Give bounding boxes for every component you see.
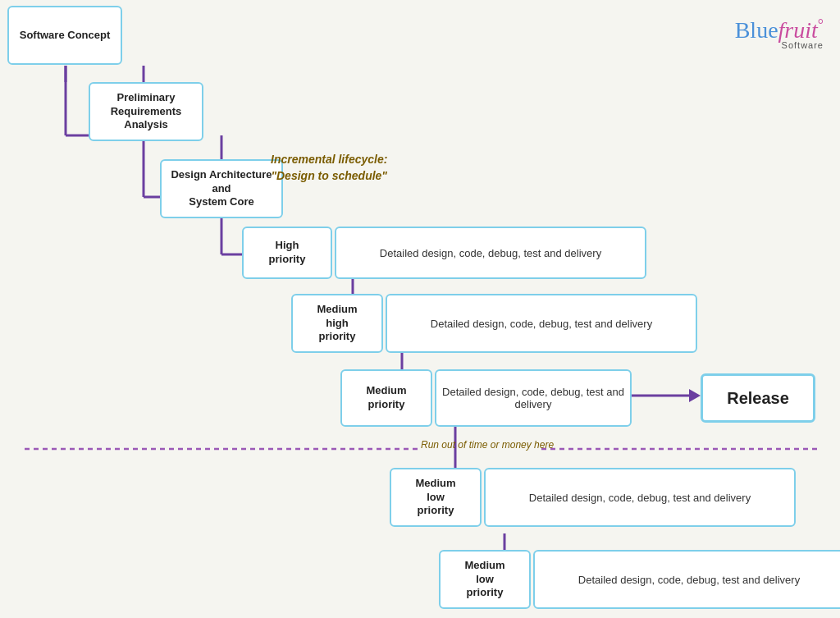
medium-low-label: Mediumlowpriority bbox=[415, 477, 455, 519]
svg-marker-12 bbox=[689, 389, 701, 402]
high-priority-detail-box: Detailed design, code, debug, test and d… bbox=[335, 227, 646, 279]
medium-low-label-box: Mediumlowpriority bbox=[390, 468, 482, 527]
medium-priority-label: Mediumpriority bbox=[366, 384, 406, 412]
medium-priority-detail: Detailed design, code, debug, test and d… bbox=[436, 386, 630, 410]
medium-priority-label-box: Mediumpriority bbox=[340, 369, 432, 427]
preliminary-label: PreliminaryRequirementsAnalysis bbox=[111, 91, 182, 133]
logo-blue: Blue bbox=[735, 17, 778, 43]
medium-high-label-box: Mediumhighpriority bbox=[291, 294, 383, 353]
design-arch-box: Design ArchitectureandSystem Core bbox=[160, 159, 283, 218]
medium-low-detail-box: Detailed design, code, debug, test and d… bbox=[484, 468, 796, 527]
logo-dot: ° bbox=[818, 16, 824, 33]
high-priority-label-box: Highpriority bbox=[242, 227, 332, 279]
software-concept-label: Software Concept bbox=[20, 29, 111, 43]
logo: Bluefruit° Software bbox=[735, 16, 824, 50]
medium-low2-detail: Detailed design, code, debug, test and d… bbox=[578, 574, 800, 586]
medium-low2-label-box: Mediumlowpriority bbox=[439, 550, 531, 609]
design-arch-label: Design ArchitectureandSystem Core bbox=[171, 168, 272, 210]
incremental-label: Incremental lifecycle: "Design to schedu… bbox=[271, 152, 387, 184]
high-priority-detail: Detailed design, code, debug, test and d… bbox=[380, 247, 601, 259]
medium-high-label: Mediumhighpriority bbox=[317, 303, 357, 345]
medium-priority-detail-box: Detailed design, code, debug, test and d… bbox=[435, 369, 632, 427]
high-priority-label: Highpriority bbox=[269, 239, 306, 267]
logo-fruit: fruit bbox=[778, 17, 818, 43]
release-box: Release bbox=[701, 373, 815, 423]
release-label: Release bbox=[727, 387, 789, 409]
run-out-label: Run out of time or money here bbox=[421, 439, 554, 451]
medium-low-detail: Detailed design, code, debug, test and d… bbox=[529, 492, 751, 504]
software-concept-box: Software Concept bbox=[7, 6, 122, 65]
medium-high-detail: Detailed design, code, debug, test and d… bbox=[431, 318, 652, 330]
diagram-container: Bluefruit° Software Software bbox=[0, 0, 840, 618]
medium-low2-detail-box: Detailed design, code, debug, test and d… bbox=[533, 550, 840, 609]
medium-high-detail-box: Detailed design, code, debug, test and d… bbox=[386, 294, 697, 353]
preliminary-box: PreliminaryRequirementsAnalysis bbox=[89, 82, 203, 141]
medium-low2-label: Mediumlowpriority bbox=[464, 559, 504, 601]
